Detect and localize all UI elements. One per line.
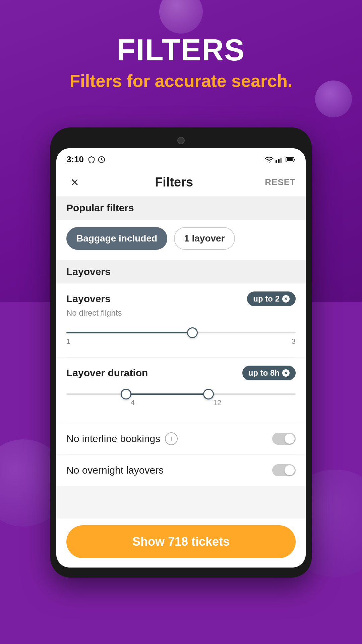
status-bar: 3:10: [56, 148, 306, 169]
layovers-badge-remove[interactable]: ×: [282, 295, 290, 303]
duration-filter-row: Layover duration up to 8h ×: [66, 366, 296, 380]
slider-label-right: 3: [292, 337, 296, 346]
shield-icon: [88, 156, 95, 163]
filters-title: Filters: [155, 175, 193, 190]
duration-filter-label: Layover duration: [66, 367, 148, 379]
no-interline-toggle-knob: [285, 434, 295, 444]
no-interline-row: No interline bookings i: [56, 423, 306, 454]
no-interline-label: No interline bookings: [66, 433, 160, 444]
svg-rect-2: [278, 159, 280, 163]
no-overnight-toggle[interactable]: [272, 464, 296, 476]
layovers-slider[interactable]: 1 3: [66, 324, 296, 341]
chip-baggage-included[interactable]: Baggage included: [66, 227, 167, 250]
duration-slider-label-12: 12: [213, 398, 221, 407]
status-icons: [265, 155, 296, 164]
duration-slider[interactable]: 4 12: [66, 386, 296, 402]
duration-slider-thumb-left[interactable]: [121, 389, 131, 399]
status-time: 3:10: [66, 154, 84, 165]
slider-thumb[interactable]: [187, 327, 198, 338]
status-left-icons: [88, 156, 105, 163]
duration-slider-fill: [126, 393, 208, 395]
no-interline-info-icon[interactable]: i: [165, 432, 178, 445]
no-interline-toggle[interactable]: [272, 433, 296, 445]
wifi-icon: [265, 155, 274, 164]
phone-outer: 3:10: [50, 127, 312, 578]
svg-rect-3: [280, 158, 282, 163]
title-area: FILTERS Filters for accurate search.: [0, 34, 362, 91]
layovers-title: Layovers: [66, 266, 111, 277]
chip-1-layover[interactable]: 1 layover: [174, 227, 235, 250]
page-sub-title: Filters for accurate search.: [0, 71, 362, 91]
phone-screen: 3:10: [56, 148, 306, 568]
show-tickets-button[interactable]: Show 718 tickets: [66, 525, 296, 558]
duration-badge-remove[interactable]: ×: [282, 369, 290, 377]
slider-label-left: 1: [66, 337, 70, 346]
layovers-filter-content: Layovers up to 2 × No direct flights 1 3: [56, 283, 306, 357]
duration-filter-content: Layover duration up to 8h × 4 12: [56, 358, 306, 423]
svg-rect-6: [294, 159, 295, 161]
popular-filters-section-header: Popular filters: [56, 196, 306, 220]
svg-rect-5: [287, 158, 293, 161]
close-button[interactable]: ×: [66, 175, 83, 190]
svg-rect-1: [276, 160, 277, 163]
filter-chips-area: Baggage included 1 layover: [56, 220, 306, 260]
layovers-section-header: Layovers: [56, 260, 306, 283]
duration-badge[interactable]: up to 8h ×: [242, 366, 296, 380]
layovers-sublabel: No direct flights: [66, 308, 296, 318]
no-overnight-row: No overnight layovers: [56, 455, 306, 486]
phone-wrapper: 3:10: [50, 127, 312, 578]
bottom-button-area: Show 718 tickets: [56, 519, 306, 568]
layovers-filter-row: Layovers up to 2 ×: [66, 291, 296, 306]
duration-slider-thumb-right[interactable]: [203, 389, 214, 399]
slider-fill: [66, 332, 192, 333]
page-main-title: FILTERS: [0, 34, 362, 67]
no-overnight-label: No overnight layovers: [66, 465, 164, 476]
clock-icon: [98, 156, 105, 163]
popular-filters-title: Popular filters: [66, 202, 134, 213]
reset-button[interactable]: RESET: [265, 177, 296, 187]
layovers-filter-label: Layovers: [66, 293, 111, 305]
duration-slider-label-4: 4: [131, 398, 135, 407]
header-bar: × Filters RESET: [56, 169, 306, 196]
phone-camera: [177, 137, 185, 144]
no-interline-left: No interline bookings i: [66, 432, 178, 445]
signal-icon: [276, 156, 284, 163]
battery-icon: [286, 156, 296, 163]
no-overnight-toggle-knob: [285, 465, 295, 475]
layovers-badge[interactable]: up to 2 ×: [247, 291, 296, 306]
